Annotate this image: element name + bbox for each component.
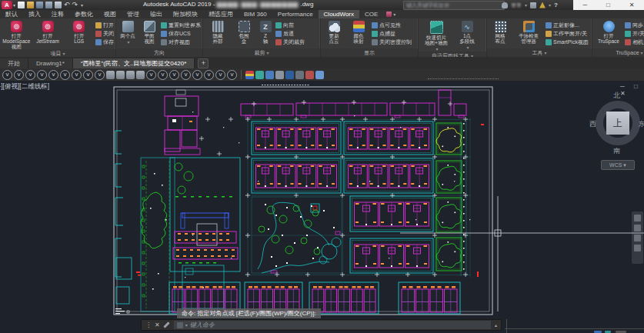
ribbon-tab-注释[interactable]: 注释: [46, 10, 69, 18]
signin-person-icon[interactable]: [502, 2, 508, 8]
toolbar-color-icon[interactable]: [275, 71, 284, 79]
search-input[interactable]: 键入关键字或短语: [403, 1, 505, 10]
color-map-button[interactable]: 颜色 映射: [347, 20, 370, 48]
cloudworx-shield-icon[interactable]: V: [95, 70, 105, 80]
viewcube-south-label[interactable]: 南: [613, 146, 620, 156]
alert-icon[interactable]: [539, 2, 546, 8]
open-jetstream-button[interactable]: ⊚ 打开 JetStream: [33, 20, 63, 49]
viewport-controls-label[interactable]: [-][俯视][二维线框]: [0, 82, 49, 92]
wcs-dropdown[interactable]: WCS ▾: [601, 160, 635, 170]
viewcube-north-label[interactable]: 北: [613, 91, 620, 101]
cloudworx-shield-icon[interactable]: V: [72, 70, 82, 80]
bounding-box-button[interactable]: 包围 盒: [232, 20, 255, 48]
ribbon-tab-插入[interactable]: 插入: [23, 10, 46, 18]
cloudworx-shield-icon[interactable]: V: [14, 70, 24, 80]
new-tab-button[interactable]: +: [198, 58, 209, 68]
signin-caret-icon[interactable]: ▾: [525, 2, 527, 8]
clash-manager-button[interactable]: 干涉检查 管理器: [513, 20, 544, 48]
ribbon-tab-BIM 360[interactable]: BIM 360: [239, 10, 272, 18]
cloudworx-shield-icon[interactable]: V: [158, 70, 168, 80]
cloudworx-shield-icon[interactable]: V: [181, 70, 191, 80]
panel-title-truspace[interactable]: TruSpace▾: [592, 48, 644, 57]
save-icon[interactable]: [36, 2, 43, 8]
cloudworx-shield-icon[interactable]: V: [146, 70, 156, 80]
qat-dropdown-icon[interactable]: ▾: [81, 2, 83, 8]
open-lgs-button[interactable]: ⊚ 打开 LGS: [64, 20, 94, 49]
point-visibility-button[interactable]: 点可见性: [372, 22, 412, 29]
cloudworx-shield-icon[interactable]: V: [2, 70, 12, 80]
ortho-image-button[interactable]: 正射影像...: [546, 22, 589, 29]
toolbar-color-icon[interactable]: [245, 71, 254, 79]
open-truspace-button[interactable]: 打开 TruSpace: [594, 20, 623, 48]
cloudworx-tool-icon[interactable]: [116, 71, 125, 79]
new-file-icon[interactable]: [18, 2, 25, 8]
help-icon[interactable]: ?: [554, 2, 558, 8]
ribbon-tab-管理[interactable]: 管理: [122, 10, 145, 18]
cloudworx-shield-icon[interactable]: V: [215, 70, 225, 80]
command-history-caret-icon[interactable]: ▴: [491, 322, 501, 328]
cloudworx-tool-icon[interactable]: [126, 71, 135, 79]
ribbon-tab-附加模块[interactable]: 附加模块: [168, 10, 203, 18]
cloudworx-shield-icon[interactable]: V: [192, 70, 202, 80]
cloudworx-shield-icon[interactable]: V: [25, 70, 35, 80]
update-pointcloud-button[interactable]: 更新 点云: [322, 20, 345, 48]
model-space-canvas[interactable]: [-][俯视][二维线框] ─ □ ✕ 上 北 南 东 西 WCS ▾ 命令: …: [0, 81, 644, 333]
clip-forward-button[interactable]: 向前: [275, 22, 305, 29]
undo-icon[interactable]: ↶: [64, 2, 70, 8]
toolbar-color-icon[interactable]: [305, 71, 314, 79]
cloudworx-shield-icon[interactable]: V: [204, 70, 214, 80]
command-close-icon[interactable]: ✕: [155, 321, 160, 328]
ribbon-tab-默认[interactable]: 默认: [0, 10, 23, 18]
plot-icon[interactable]: [55, 2, 62, 8]
quick-slice-button[interactable]: 快速切片 地图+墙面 ▾: [420, 20, 452, 52]
open-file-icon[interactable]: [27, 2, 34, 8]
save-as-icon[interactable]: [45, 2, 52, 8]
clip-off-button[interactable]: 关闭裁剪: [275, 38, 305, 46]
toolbar-color-icon[interactable]: [255, 71, 264, 79]
ribbon-tab-COE[interactable]: COE: [359, 10, 383, 18]
viewcube-west-label[interactable]: 西: [589, 119, 596, 129]
two-points-button[interactable]: 两个点 ▾: [118, 20, 138, 48]
align-view-button[interactable]: 对齐视图: [161, 38, 201, 46]
customize-wrench-icon[interactable]: [163, 321, 169, 328]
recent-commands-caret-icon[interactable]: ▾: [185, 322, 188, 328]
cloudworx-shield-icon[interactable]: V: [37, 70, 47, 80]
save-ucs-button[interactable]: 保存UCS: [161, 30, 201, 38]
alert-caret-icon[interactable]: ▾: [549, 2, 551, 8]
project-open-button[interactable]: 打开: [95, 22, 114, 29]
grid-points-button[interactable]: 网格 布点: [489, 20, 512, 48]
viewcube-east-label[interactable]: 东: [639, 119, 644, 129]
cloudworx-tool-icon[interactable]: [136, 71, 145, 79]
panel-title-adaptive[interactable]: 自适应图线工具▾: [419, 52, 486, 57]
app-menu-caret-icon[interactable]: ▾: [13, 2, 15, 8]
drawing-window-controls[interactable]: ─ □ ✕: [620, 83, 644, 97]
cloudworx-shield-icon[interactable]: V: [48, 70, 58, 80]
file-tab-drawing1[interactable]: Drawing1*: [28, 58, 73, 68]
panel-title-tools[interactable]: 工具▾: [487, 48, 592, 57]
cloudworx-shield-icon[interactable]: V: [60, 70, 70, 80]
panel-title-orientation[interactable]: 方向: [116, 48, 202, 57]
panel-title-display[interactable]: 显示: [321, 48, 418, 57]
viewcube-top-face[interactable]: 上: [606, 112, 629, 135]
project-close-button[interactable]: 关闭: [95, 30, 114, 38]
density-control-button[interactable]: 关闭密度控制: [372, 38, 412, 46]
redo-icon[interactable]: ↷: [72, 2, 78, 8]
truspace-sync-button[interactable]: 同步..: [625, 22, 644, 29]
toolbar-color-icon[interactable]: [285, 71, 294, 79]
workplane-toggle-button[interactable]: 工作平面开/关: [546, 30, 589, 38]
toolbar-color-icon[interactable]: [295, 71, 304, 79]
cloudworx-tool-icon[interactable]: [106, 71, 115, 79]
point-snap-button[interactable]: 点捕捉: [372, 30, 412, 38]
z-axis-button[interactable]: Z Z 轴: [257, 20, 274, 48]
toolbar-color-icon[interactable]: [265, 71, 274, 79]
navigation-bar[interactable]: [632, 211, 643, 264]
reset-world-button[interactable]: 重置到世界系: [161, 22, 201, 29]
plan-view-button[interactable]: 平面 视图: [139, 20, 159, 48]
one-point-polyline-button[interactable]: ∿ 1点 多段线 ▾: [454, 20, 480, 52]
panel-title-clip[interactable]: 裁剪▾: [203, 48, 320, 57]
toolbar-color-icon[interactable]: [315, 71, 324, 79]
steering-wheel-icon[interactable]: [634, 215, 641, 221]
camera-off-button[interactable]: 相机关闭: [625, 38, 644, 46]
cloudworx-shield-icon[interactable]: V: [169, 70, 179, 80]
panel-title-project[interactable]: 项目▾: [0, 49, 115, 57]
